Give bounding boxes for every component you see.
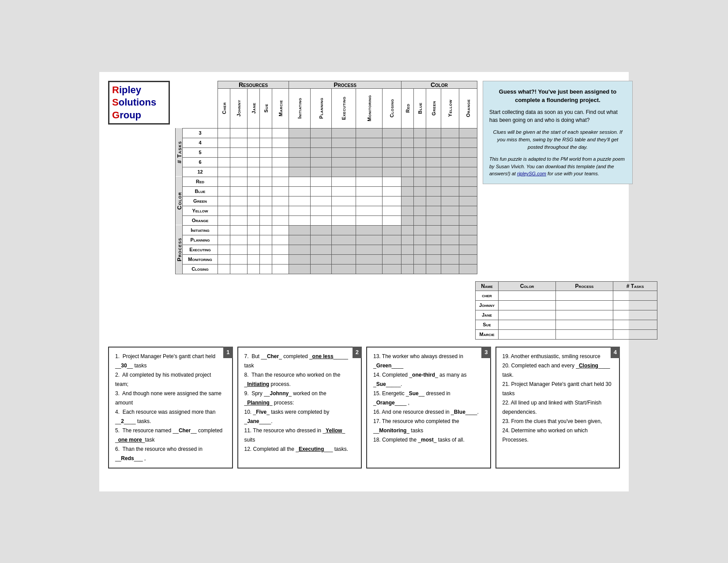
summary-process-marcie: [556, 329, 613, 339]
summary-tasks-johnny: [613, 300, 657, 310]
clue-box-4: 4 19. Another enthusiastic, smiling reso…: [495, 347, 620, 469]
resources-header: Resources: [218, 81, 289, 88]
clue-sections: 1 1. Project Manager Pete's gantt chart …: [108, 347, 620, 469]
tasks-row-4: 4: [176, 138, 477, 147]
clue-box-2-text: 7. But __Cher_ completed _one less_____ …: [244, 352, 355, 454]
summary-process-jane: [556, 310, 613, 320]
summary-table-container: Name Color Process # Tasks cher Johnny: [475, 279, 657, 340]
clue-box-1: 1 1. Project Manager Pete's gantt chart …: [108, 347, 233, 469]
tasks-label-4: 4: [183, 138, 218, 147]
color-label-orange: Orange: [183, 215, 218, 225]
col-red: Red: [402, 88, 414, 128]
cell-t3-cher: [218, 128, 230, 138]
cell-t3-blue: [414, 128, 426, 138]
cell-t3-clos: [382, 128, 401, 138]
clue-box-3-text: 13. The worker who always dressed in _Gr…: [373, 352, 484, 445]
col-cher: Cher: [218, 88, 230, 128]
process-label-monitoring: Monitoring: [183, 254, 218, 264]
cell-t3-orange: [459, 128, 477, 138]
clue-box-3: 3 13. The worker who always dressed in _…: [366, 347, 491, 469]
logo: Ripley Solutions Group: [108, 81, 170, 125]
tasks-row-5: 5: [176, 147, 477, 157]
summary-name-jane: Jane: [476, 310, 499, 320]
process-row-monitoring: Monitoring: [176, 254, 477, 264]
summary-col-process: Process: [556, 281, 613, 291]
summary-process-johnny: [556, 300, 613, 310]
summary-name-marcie: Marcie: [476, 329, 499, 339]
summary-color-johnny: [499, 300, 556, 310]
summary-row-jane: Jane: [476, 310, 657, 320]
tasks-row-12: 12: [176, 167, 477, 177]
summary-tasks-cher: [613, 291, 657, 300]
summary-row-johnny: Johnny: [476, 300, 657, 310]
col-initiating: Initiating: [289, 88, 310, 128]
summary-col-name: Name: [476, 281, 499, 291]
col-jane: Jane: [248, 88, 260, 128]
info-box-footer: This fun puzzle is adapted to the PM wor…: [489, 155, 626, 178]
grid-container: Resources Process Color Cher Johnny Jane…: [175, 81, 477, 274]
summary-header-row: Name Color Process # Tasks: [476, 281, 657, 291]
color-row-orange: Orange: [176, 215, 477, 225]
summary-name-sue: Sue: [476, 320, 499, 329]
color-section-label: Color: [176, 177, 183, 225]
summary-name-cher: cher: [476, 291, 499, 300]
process-label-planning: Planning: [183, 235, 218, 245]
cell-t3-green: [426, 128, 441, 138]
color-header: Color: [402, 81, 477, 88]
summary-color-marcie: [499, 329, 556, 339]
puzzle-table: Resources Process Color Cher Johnny Jane…: [175, 81, 477, 274]
summary-tasks-sue: [613, 320, 657, 329]
cell-t3-mon: [356, 128, 382, 138]
middle-row: Name Color Process # Tasks cher Johnny: [108, 279, 620, 340]
summary-row-cher: cher: [476, 291, 657, 300]
cell-t3-red: [402, 128, 414, 138]
process-label-closing: Closing: [183, 264, 218, 274]
info-box-title: Guess what?! You've just been assigned t…: [489, 87, 626, 105]
color-label-yellow: Yellow: [183, 206, 218, 215]
clue-box-2: 2 7. But __Cher_ completed _one less____…: [237, 347, 362, 469]
clue-box-4-text: 19. Another enthusiastic, smiling resour…: [503, 352, 613, 445]
info-box-clues: Clues will be given at the start of each…: [489, 128, 626, 151]
clue-box-4-number: 4: [611, 347, 620, 358]
summary-color-jane: [499, 310, 556, 320]
col-monitoring: Monitoring: [356, 88, 382, 128]
tasks-row-3: # Tasks 3: [176, 128, 477, 138]
summary-process-cher: [556, 291, 613, 300]
cell-t3-jane: [248, 128, 260, 138]
cell-t3-exec: [332, 128, 356, 138]
color-label-red: Red: [183, 177, 218, 186]
color-row-red: Color Red: [176, 177, 477, 186]
summary-row-marcie: Marcie: [476, 329, 657, 339]
tasks-row-6: 6: [176, 157, 477, 167]
tasks-label-6: 6: [183, 157, 218, 167]
clue-box-2-number: 2: [353, 347, 362, 358]
col-orange: Orange: [459, 88, 477, 128]
clue-box-1-number: 1: [223, 347, 233, 358]
summary-col-color: Color: [499, 281, 556, 291]
col-blue: Blue: [414, 88, 426, 128]
page: Ripley Solutions Group Resources Process…: [99, 72, 629, 491]
clue-box-3-number: 3: [481, 347, 491, 358]
summary-process-sue: [556, 320, 613, 329]
summary-tasks-marcie: [613, 329, 657, 339]
process-row-initiating: Process Initiating: [176, 225, 477, 235]
ripleysg-link[interactable]: ripleySG.com: [517, 171, 546, 176]
col-marcie: Marcie: [272, 88, 289, 128]
summary-tasks-jane: [613, 310, 657, 320]
col-executing: Executing: [332, 88, 356, 128]
cell-t3-sue: [260, 128, 272, 138]
color-label-green: Green: [183, 196, 218, 206]
col-planning: Planning: [310, 88, 332, 128]
logo-r: R: [112, 84, 119, 95]
process-row-closing: Closing: [176, 264, 477, 274]
column-headers-row: Cher Johnny Jane Sue Marcie Initiating P…: [176, 88, 477, 128]
summary-color-cher: [499, 291, 556, 300]
color-label-blue: Blue: [183, 186, 218, 196]
process-header: Process: [289, 81, 402, 88]
tasks-label-3: 3: [183, 128, 218, 138]
tasks-label-5: 5: [183, 147, 218, 157]
summary-name-johnny: Johnny: [476, 300, 499, 310]
color-row-blue: Blue: [176, 186, 477, 196]
summary-color-sue: [499, 320, 556, 329]
process-section-label: Process: [176, 225, 183, 274]
